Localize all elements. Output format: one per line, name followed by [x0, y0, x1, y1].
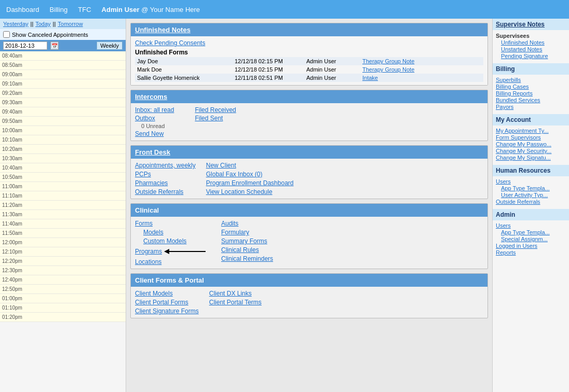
right-sidebar-link[interactable]: Billing Cases [496, 83, 566, 90]
yesterday-link[interactable]: Yesterday [3, 21, 29, 27]
client-forms-link[interactable]: Client Portal Forms [135, 299, 199, 306]
right-sidebar-link[interactable]: App Type Templa... [501, 185, 566, 191]
nav-billing[interactable]: Billing [50, 6, 68, 13]
time-slot[interactable]: 08:40am [0, 51, 126, 61]
time-slot[interactable]: 01:10pm [0, 303, 126, 313]
right-sidebar-link[interactable]: Superbills [496, 77, 566, 83]
tomorrow-link[interactable]: Tomorrow [58, 21, 83, 27]
time-slot[interactable]: 12:00pm [0, 238, 126, 247]
time-slot[interactable]: 10:20am [0, 145, 126, 154]
check-pending-link[interactable]: Check Pending Consents [135, 39, 205, 47]
time-slot[interactable]: 10:00am [0, 126, 126, 135]
right-sidebar-link[interactable]: Users [496, 178, 566, 185]
time-slot[interactable]: 10:40am [0, 163, 126, 173]
filed-received-link[interactable]: Filed Received [195, 106, 236, 114]
clinical-link[interactable]: Summary Forms [221, 237, 273, 245]
filed-sent-link[interactable]: Filed Sent [195, 115, 236, 122]
client-forms-link[interactable]: Client Portal Terms [209, 299, 262, 306]
time-slot[interactable]: 11:20am [0, 201, 126, 210]
intercoms-title[interactable]: Intercoms [135, 93, 167, 101]
note-type: Therapy Group Note [362, 66, 414, 73]
note-name: Mark Doe [137, 66, 231, 73]
supervise-notes-header: Supervise Notes [493, 19, 569, 30]
send-new-link[interactable]: Send New [135, 130, 174, 137]
right-sidebar-link[interactable]: App Type Templa... [501, 229, 566, 235]
right-sidebar-link[interactable]: Outside Referrals [496, 199, 566, 205]
unfinished-notes-title[interactable]: Unfinished Notes [135, 26, 191, 34]
time-slot[interactable]: 09:20am [0, 89, 126, 98]
front-desk-link[interactable]: Pharmacies [135, 179, 196, 187]
right-sidebar-link[interactable]: Change My Security... [496, 148, 566, 154]
front-desk-link[interactable]: View Location Schedule [206, 188, 294, 195]
time-slot[interactable]: 09:00am [0, 70, 126, 79]
clinical-link[interactable]: Custom Models [135, 237, 186, 245]
date-input[interactable] [3, 41, 47, 50]
supervise-notes-title[interactable]: Supervise Notes [496, 21, 545, 28]
front-desk-link[interactable]: Outside Referrals [135, 188, 196, 195]
clinical-link[interactable]: Models [135, 229, 164, 236]
right-sidebar-link[interactable]: Users [496, 222, 566, 229]
time-slot[interactable]: 09:10am [0, 79, 126, 89]
show-canceled-row: Show Canceled Appointments [0, 29, 126, 40]
front-desk-link[interactable]: New Client [206, 162, 294, 169]
right-sidebar-link[interactable]: Bundled Services [496, 97, 566, 103]
client-forms-link[interactable]: Client Models [135, 290, 199, 297]
weekly-button[interactable]: Weekly [97, 41, 123, 50]
time-slot[interactable]: 12:10pm [0, 247, 126, 257]
time-slot[interactable]: 08:50am [0, 61, 126, 70]
client-forms-body: Client ModelsClient Portal FormsClient S… [131, 287, 487, 318]
right-sidebar-link[interactable]: Reports [496, 249, 566, 256]
time-slot[interactable]: 11:40am [0, 219, 126, 229]
front-desk-link[interactable]: Appointments, weekly [135, 162, 196, 169]
front-desk-link[interactable]: Global Fax Inbox (0) [206, 171, 294, 178]
right-sidebar-link[interactable]: User Activity Typ... [501, 192, 566, 198]
time-slot[interactable]: 09:30am [0, 98, 126, 107]
time-slot[interactable]: 09:40am [0, 107, 126, 117]
right-sidebar-link[interactable]: Change My Passwo... [496, 141, 566, 147]
outbox-link[interactable]: Outbox [135, 115, 174, 122]
time-slot[interactable]: 12:40pm [0, 275, 126, 285]
clinical-link[interactable]: Clinical Rules [221, 246, 273, 254]
inbox-link[interactable]: Inbox: all read [135, 106, 174, 114]
right-sidebar-link[interactable]: Form Supervisors [496, 134, 566, 141]
right-sidebar-link[interactable]: Logged in Users [496, 243, 566, 249]
client-forms-link[interactable]: Client Signature Forms [135, 307, 199, 315]
right-sidebar-link[interactable]: Payors [496, 104, 566, 110]
time-slot[interactable]: 01:00pm [0, 294, 126, 303]
today-link[interactable]: Today [35, 21, 50, 27]
calendar-icon[interactable]: 📅 [50, 41, 59, 50]
time-slot[interactable]: 12:50pm [0, 285, 126, 294]
right-sidebar-link[interactable]: Special Assignm... [501, 236, 566, 242]
time-slot[interactable]: 12:30pm [0, 266, 126, 275]
time-slot[interactable]: 11:30am [0, 210, 126, 219]
front-desk-col1: Appointments, weeklyPCPsPharmaciesOutsid… [135, 162, 196, 195]
time-slot[interactable]: 11:00am [0, 182, 126, 191]
nav-tfc[interactable]: TFC [78, 6, 91, 13]
front-desk-title[interactable]: Front Desk [135, 148, 170, 156]
time-slot[interactable]: 10:10am [0, 135, 126, 145]
client-forms-link[interactable]: Client DX Links [209, 290, 262, 297]
right-sidebar-link[interactable]: My Appointment Ty... [496, 128, 566, 134]
time-slot[interactable]: 11:10am [0, 191, 126, 201]
time-slot[interactable]: 10:50am [0, 173, 126, 182]
right-sidebar-link[interactable]: Billing Reports [496, 90, 566, 96]
time-slot[interactable]: 10:30am [0, 154, 126, 163]
nav-dashboard[interactable]: Dashboard [6, 6, 39, 13]
clinical-link[interactable]: Locations [135, 258, 161, 265]
clinical-link[interactable]: Programs [135, 248, 162, 255]
show-canceled-checkbox[interactable] [3, 31, 10, 38]
time-slot[interactable]: 11:50am [0, 229, 126, 238]
front-desk-link[interactable]: PCPs [135, 171, 196, 178]
right-sidebar-link[interactable]: Change My Signatu... [496, 155, 566, 161]
time-slot[interactable]: 01:20pm [0, 313, 126, 322]
supervise-link[interactable]: Pending Signature [501, 53, 566, 59]
supervise-link[interactable]: Unfinished Notes [501, 39, 566, 46]
clinical-link[interactable]: Audits [221, 220, 273, 227]
clinical-link[interactable]: Forms [135, 220, 153, 227]
time-slot[interactable]: 12:20pm [0, 257, 126, 266]
supervise-link[interactable]: Unstarted Notes [501, 46, 566, 52]
time-slot[interactable]: 09:50am [0, 117, 126, 126]
front-desk-link[interactable]: Program Enrollment Dashboard [206, 179, 294, 187]
clinical-link[interactable]: Clinical Reminders [221, 255, 273, 262]
clinical-link[interactable]: Formulary [221, 229, 273, 236]
